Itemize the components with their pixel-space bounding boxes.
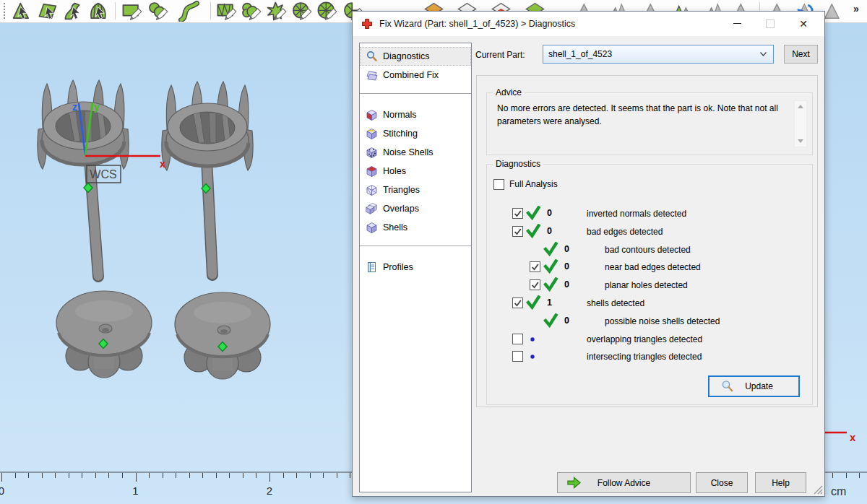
ruler-tick	[202, 473, 203, 478]
ruler-tick	[15, 473, 16, 478]
diagnostic-checkbox[interactable]	[512, 351, 523, 362]
follow-advice-button[interactable]: Follow Advice	[557, 472, 691, 493]
diagnostic-count: 0	[547, 208, 552, 218]
diagnostic-checkbox[interactable]	[512, 334, 523, 344]
green-arrow-icon	[566, 475, 582, 490]
ruler-tick	[42, 473, 43, 478]
ruler-tick	[256, 473, 256, 478]
ruler-tick	[69, 473, 69, 478]
mark-wheel8-tool[interactable]	[316, 1, 338, 22]
ruler-tick	[269, 473, 270, 482]
sidebar-item-holes[interactable]: Holes	[360, 162, 471, 181]
svg-text:x: x	[160, 158, 165, 170]
diagnostic-row-shells-detected: 1shells detected	[487, 296, 812, 312]
select-triangles-tool[interactable]	[11, 1, 33, 22]
select-shell-tool[interactable]	[88, 1, 110, 22]
magnifier-icon	[366, 51, 378, 63]
diagnostic-row-overlapping-triangles-detected: overlapping triangles detected	[487, 332, 812, 348]
toolbar-overflow-button[interactable]: »	[850, 3, 863, 14]
select-plane-tool[interactable]	[38, 1, 59, 22]
cube-holes-icon	[366, 165, 378, 178]
diagnostic-label: planar holes detected	[605, 280, 688, 290]
diagnostic-checkbox[interactable]	[530, 261, 540, 272]
diagnostic-row-near-bad-edges-detected: 0near bad edges detected	[487, 260, 812, 276]
ruler-tick	[832, 473, 833, 478]
mark-brush-tool[interactable]	[241, 1, 262, 22]
sidebar-item-noise-shells[interactable]: Noise Shells	[360, 143, 471, 162]
diagnostics-groupbox: Diagnostics Full Analysis 0inverted norm…	[486, 164, 813, 405]
diagnostic-row-possible-noise-shells-detected: 0possible noise shells detected	[487, 314, 812, 330]
sidebar-item-combined-fix[interactable]: Combined Fix	[360, 66, 471, 84]
diagnostic-count: 0	[564, 279, 569, 290]
diagnostic-label: shells detected	[587, 298, 644, 308]
ruler-tick	[283, 473, 284, 478]
scroll-up-icon[interactable]	[798, 105, 803, 108]
mark-rectangle-tool[interactable]	[121, 1, 143, 22]
update-button[interactable]: Update	[708, 375, 800, 397]
check-ok-icon	[543, 277, 558, 292]
diagnostic-count: 0	[564, 316, 569, 326]
ruler-tick	[176, 473, 176, 478]
mark-curve-tool[interactable]	[178, 1, 200, 22]
toolbar-grip[interactable]	[3, 2, 6, 20]
ruler-tick	[136, 473, 137, 482]
ruler-unit-label: cm	[831, 485, 846, 498]
ruler-tick	[846, 473, 847, 478]
close-button[interactable]: ✕	[787, 12, 820, 35]
ruler-tick	[337, 473, 337, 478]
diagnostics-groupbox-label: Diagnostics	[493, 159, 543, 169]
next-button[interactable]: Next	[784, 45, 818, 64]
svg-text:y: y	[94, 101, 100, 113]
mark-lasso-tool[interactable]	[147, 1, 169, 22]
minimize-button[interactable]	[720, 12, 754, 35]
full-analysis-label: Full Analysis	[509, 179, 558, 189]
full-analysis-checkbox[interactable]	[493, 179, 504, 190]
sidebar-item-normals[interactable]: Normals	[360, 105, 471, 124]
dialog-title: Fix Wizard (Part: shell_1_of_4523) > Dia…	[379, 12, 575, 36]
ruler-tick	[28, 473, 29, 478]
check-ok-icon	[543, 259, 558, 274]
sidebar-item-profiles[interactable]: Profiles	[360, 258, 471, 277]
ruler-tick	[243, 473, 243, 478]
diagnostic-label: intersecting triangles detected	[587, 352, 702, 362]
diagnostic-count: 1	[547, 297, 552, 308]
mark-wheel-tool[interactable]	[291, 1, 313, 22]
diagnostic-label: near bad edges detected	[605, 262, 701, 272]
resize-grip[interactable]	[813, 485, 823, 495]
current-part-combobox[interactable]: shell_1_of_4523	[543, 45, 774, 64]
ruler-tick-label: 1	[125, 485, 147, 497]
sidebar-item-triangles[interactable]: Triangles	[360, 181, 471, 199]
diagnostic-label: possible noise shells detected	[605, 316, 720, 326]
sidebar-item-stitching[interactable]: Stitching	[360, 124, 471, 143]
diagnostic-checkbox[interactable]	[530, 279, 540, 290]
select-surface-tool[interactable]	[64, 1, 85, 22]
close-dialog-button[interactable]: Close	[696, 472, 748, 493]
diagnostic-checkbox[interactable]	[512, 226, 523, 237]
maximize-button[interactable]	[754, 12, 787, 35]
diagnostic-row-intersecting-triangles-detected: intersecting triangles detected	[487, 349, 812, 365]
mark-window-triangles-tool[interactable]	[216, 1, 238, 22]
diagnostic-count: 0	[547, 226, 552, 236]
ruler-tick	[82, 473, 82, 478]
fix-wizard-sidebar: DiagnosticsCombined Fix Normals Stitchin…	[359, 43, 472, 492]
close-icon: ✕	[799, 19, 808, 29]
scroll-down-icon[interactable]	[798, 139, 803, 143]
check-ok-icon	[526, 206, 541, 220]
diagnostic-checkbox[interactable]	[512, 297, 523, 308]
chevron-down-icon	[760, 52, 767, 56]
sidebar-item-shells[interactable]: Shells	[360, 218, 471, 237]
sidebar-item-diagnostics[interactable]: Diagnostics	[360, 47, 471, 66]
diagnostic-label: overlapping triangles detected	[587, 334, 702, 344]
dialog-titlebar[interactable]: Fix Wizard (Part: shell_1_of_4523) > Dia…	[353, 12, 824, 36]
cube-tri-icon	[366, 184, 378, 196]
ruler-tick-label: 2	[259, 485, 280, 497]
diagnostic-row-bad-edges-detected: 0bad edges detected	[487, 225, 812, 240]
sidebar-item-overlaps[interactable]: Overlaps	[360, 199, 471, 218]
help-button[interactable]: Help	[755, 472, 806, 493]
advice-groupbox-label: Advice	[493, 87, 525, 97]
advice-scrollbar[interactable]	[794, 100, 807, 147]
diagnostic-checkbox[interactable]	[512, 208, 523, 219]
ruler-tick	[216, 473, 217, 478]
tool-gray-7[interactable]	[822, 1, 844, 22]
mark-star-tool[interactable]	[266, 1, 288, 22]
